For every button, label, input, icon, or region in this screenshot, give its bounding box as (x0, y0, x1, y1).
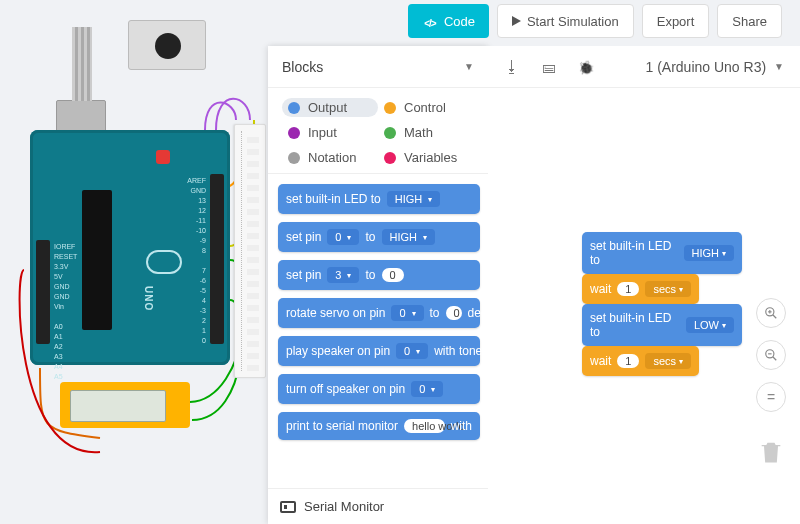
top-toolbar: Code Start Simulation Export Share (408, 4, 782, 38)
block-rotate-servo[interactable]: rotate servo on pin 0 to 0 degr (278, 298, 480, 328)
dot-icon (288, 127, 300, 139)
script-stack[interactable]: set built-in LED to HIGH wait 1 secs set… (582, 232, 742, 376)
zoom-fit-button[interactable]: = (756, 382, 786, 412)
script-workspace-panel: 1 (Arduino Uno R3) ▼ set built-in LED to… (488, 46, 800, 524)
block-number-input[interactable]: 1 (617, 282, 639, 296)
arduino-digital-pins[interactable] (210, 174, 224, 344)
play-icon (512, 16, 521, 26)
upload-icon[interactable] (542, 58, 556, 76)
chevron-down-icon: ▼ (464, 61, 474, 72)
script-block-wait-1[interactable]: wait 1 secs (582, 274, 699, 304)
start-simulation-button[interactable]: Start Simulation (497, 4, 634, 38)
script-block-set-led-high[interactable]: set built-in LED to HIGH (582, 232, 742, 274)
export-button[interactable]: Export (642, 4, 710, 38)
arduino-logo-icon (146, 250, 182, 274)
category-output[interactable]: Output (282, 98, 378, 117)
zoom-in-icon (764, 306, 778, 320)
download-icon[interactable] (504, 58, 520, 76)
share-label: Share (732, 14, 767, 29)
editor-mode-label: Blocks (282, 59, 323, 75)
block-set-pin-state[interactable]: set pin 0 to HIGH (278, 222, 480, 252)
editor-mode-selector[interactable]: Blocks ▼ (268, 46, 488, 88)
serial-monitor-label: Serial Monitor (304, 499, 384, 514)
block-play-speaker[interactable]: play speaker on pin 0 with tone 6 (278, 336, 480, 366)
dot-icon (384, 127, 396, 139)
chevron-down-icon: ▼ (774, 61, 784, 72)
script-block-set-led-low[interactable]: set built-in LED to LOW (582, 304, 742, 346)
zoom-in-button[interactable] (756, 298, 786, 328)
dot-icon (384, 102, 396, 114)
block-dropdown[interactable]: 0 (391, 305, 423, 321)
zoom-out-icon (764, 348, 778, 362)
block-dropdown[interactable]: LOW (686, 317, 734, 333)
category-variables[interactable]: Variables (378, 148, 474, 167)
component-arduino-uno[interactable]: UNO AREF GND 13 12 -11 -10 -9 8 7 -6 -5 … (30, 130, 230, 365)
script-block-wait-2[interactable]: wait 1 secs (582, 346, 699, 376)
board-selector-label: 1 (Arduino Uno R3) (645, 59, 766, 75)
block-serial-print[interactable]: print to serial monitor hello world with (278, 412, 480, 440)
arduino-board-name: UNO (143, 286, 154, 311)
svg-line-5 (773, 357, 777, 361)
block-turn-off-speaker[interactable]: turn off speaker on pin 0 (278, 374, 480, 404)
debug-icon[interactable] (578, 58, 594, 76)
block-number-input[interactable]: 0 (446, 306, 462, 320)
component-camera[interactable] (128, 20, 206, 70)
workspace-zoom-controls: = (756, 298, 786, 468)
block-dropdown[interactable]: HIGH (382, 229, 436, 245)
block-categories: Output Control Input Math Notation Varia… (268, 88, 488, 174)
start-sim-label: Start Simulation (527, 14, 619, 29)
zoom-out-button[interactable] (756, 340, 786, 370)
dot-icon (288, 152, 300, 164)
category-control[interactable]: Control (378, 98, 474, 117)
dot-icon (288, 102, 300, 114)
block-number-input[interactable]: 0 (382, 268, 404, 282)
block-set-builtin-led[interactable]: set built-in LED to HIGH (278, 184, 480, 214)
block-set-pin-value[interactable]: set pin 3 to 0 (278, 260, 480, 290)
board-selector[interactable]: 1 (Arduino Uno R3) ▼ (645, 59, 784, 75)
dot-icon (384, 152, 396, 164)
block-text-input[interactable]: hello world (404, 419, 445, 433)
code-button-label: Code (444, 14, 475, 29)
arduino-reset-button[interactable] (156, 150, 170, 164)
block-number-input[interactable]: 1 (617, 354, 639, 368)
export-label: Export (657, 14, 695, 29)
component-lcd[interactable] (60, 382, 190, 428)
block-dropdown[interactable]: 0 (327, 229, 359, 245)
share-button[interactable]: Share (717, 4, 782, 38)
trash-button[interactable] (757, 436, 785, 468)
category-math[interactable]: Math (378, 123, 474, 142)
category-input[interactable]: Input (282, 123, 378, 142)
code-button[interactable]: Code (408, 4, 489, 38)
block-dropdown[interactable]: secs (645, 353, 691, 369)
arduino-digital-labels: AREF GND 13 12 -11 -10 -9 8 7 -6 -5 4 -3… (187, 176, 206, 346)
block-dropdown[interactable]: secs (645, 281, 691, 297)
arduino-mcu-chip (82, 190, 112, 330)
block-dropdown[interactable]: HIGH (684, 245, 735, 261)
block-dropdown[interactable]: HIGH (387, 191, 441, 207)
component-breadboard[interactable] (234, 124, 266, 378)
workspace-toolbar: 1 (Arduino Uno R3) ▼ (488, 46, 800, 88)
blocks-palette-panel: Blocks ▼ Output Control Input Math Notat… (268, 46, 488, 524)
code-icon (422, 15, 438, 27)
trash-icon (757, 436, 785, 468)
category-notation[interactable]: Notation (282, 148, 378, 167)
arduino-power-analog-pins[interactable] (36, 240, 50, 344)
arduino-analog-labels: IOREF RESET 3.3V 5V GND GND Vin A0 A1 A2… (54, 242, 77, 382)
block-dropdown[interactable]: 3 (327, 267, 359, 283)
serial-monitor-toggle[interactable]: Serial Monitor (268, 488, 488, 524)
block-dropdown[interactable]: 0 (396, 343, 428, 359)
block-list: set built-in LED to HIGH set pin 0 to HI… (268, 174, 488, 488)
block-dropdown[interactable]: 0 (411, 381, 443, 397)
serial-monitor-icon (280, 501, 296, 513)
svg-line-1 (773, 315, 777, 319)
